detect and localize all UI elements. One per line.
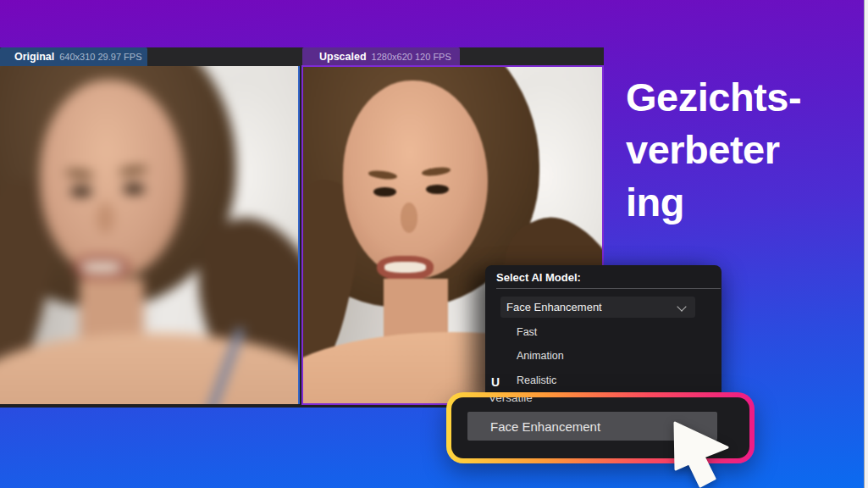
headline: Gezichts- verbeter ing xyxy=(626,71,801,229)
option-face-enhancement-label: Face Enhancement xyxy=(490,419,600,434)
upscaled-tab[interactable]: Upscaled 1280x620 120 FPS xyxy=(302,47,460,66)
hero-background: Original 640x310 29.97 FPS Upscaled 1280… xyxy=(0,0,868,488)
clipped-background-letter: U xyxy=(491,375,500,389)
compare-tabbar: Original 640x310 29.97 FPS Upscaled 1280… xyxy=(0,47,604,66)
headline-line-1: Gezichts- xyxy=(626,71,801,124)
option-fast[interactable]: Fast xyxy=(517,323,537,341)
upscaled-tab-meta: 1280x620 120 FPS xyxy=(372,52,451,62)
right-edge-strip xyxy=(864,0,868,488)
portrait-photo-original xyxy=(0,66,300,404)
chevron-down-icon xyxy=(677,302,686,311)
ai-model-panel: Select AI Model: Face Enhancement Fast A… xyxy=(485,265,721,397)
option-animation[interactable]: Animation xyxy=(517,347,564,365)
select-model-label: Select AI Model: xyxy=(496,271,581,284)
model-select[interactable]: Face Enhancement xyxy=(500,297,695,318)
upscaled-tab-label: Upscaled xyxy=(319,51,367,63)
option-realistic[interactable]: Realistic xyxy=(517,371,556,390)
model-select-value: Face Enhancement xyxy=(506,301,602,313)
headline-line-2: verbeter xyxy=(626,124,801,176)
original-video-preview xyxy=(0,66,300,404)
original-tab-label: Original xyxy=(14,51,54,63)
original-tab[interactable]: Original 640x310 29.97 FPS xyxy=(0,47,147,66)
original-tab-meta: 640x310 29.97 FPS xyxy=(59,52,141,62)
option-versatile[interactable]: Versatile xyxy=(489,397,533,404)
cursor-arrow-icon xyxy=(661,415,737,488)
panel-divider xyxy=(496,288,721,289)
headline-line-3: ing xyxy=(626,176,801,229)
